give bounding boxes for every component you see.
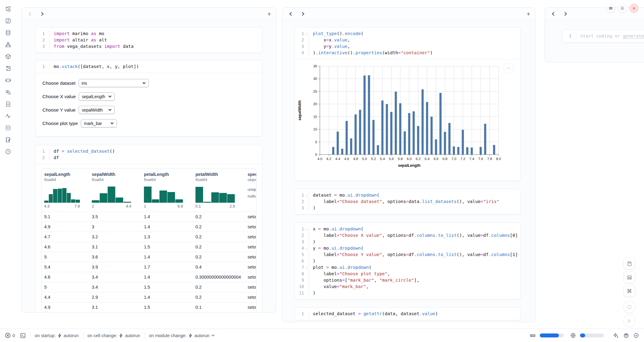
column-header[interactable]: petalLengthfloat6416.9 xyxy=(141,169,193,212)
code-line[interactable]: 3from vega_datasets import data xyxy=(36,43,262,50)
code-line[interactable]: 2import altair as alt xyxy=(36,37,262,43)
logs-icon[interactable] xyxy=(5,65,11,72)
line-number: 3 xyxy=(36,43,45,50)
line-number: 4 xyxy=(295,50,304,56)
keyboard-shortcuts-button[interactable]: ⌘ xyxy=(624,285,635,297)
choose-y-value-select[interactable]: sepalWidth xyxy=(79,106,115,114)
code-outline-icon[interactable] xyxy=(5,124,11,131)
fold-icon xyxy=(304,50,309,56)
dependency-graph-icon[interactable] xyxy=(5,41,11,48)
column-right-icon[interactable] xyxy=(39,11,45,17)
close-button[interactable]: ✕ xyxy=(629,4,639,13)
table-row[interactable]: 53.41.50.2setos xyxy=(41,282,256,292)
variables-icon[interactable]: ƒ xyxy=(5,17,11,24)
table-row[interactable]: 4.42.91.40.2setos xyxy=(41,292,256,302)
cell-vstack[interactable]: 1mo.vstack([dataset, x, y, plot]) Choose… xyxy=(35,60,262,137)
choose-dataset-select[interactable]: iris xyxy=(79,79,149,87)
code-line[interactable]: 1selected_dataset = getattr(data, datase… xyxy=(295,311,521,317)
connection-status-icon[interactable] xyxy=(633,333,639,338)
on-module-change-setting[interactable]: on module change: autorun xyxy=(149,333,215,338)
choose-x-value-select[interactable]: sepalLength xyxy=(79,92,115,101)
code-line[interactable]: 9 options=["mark_bar", "mark_circle"], xyxy=(295,277,521,283)
column-header[interactable]: petalWidthfloat640.12.5 xyxy=(193,169,245,212)
altair-chart[interactable]: 4.04.24.44.64.85.05.25.45.65.86.06.26.46… xyxy=(297,63,521,178)
layout-button[interactable] xyxy=(624,272,635,283)
errors-indicator[interactable]: 0 xyxy=(5,333,15,338)
cell-plot[interactable]: 1⌄plot_type().encode(2 x=x.value,3 y=y.v… xyxy=(295,27,521,181)
generate-link[interactable]: generate xyxy=(623,34,644,38)
table-row[interactable]: 5.43.91.70.4setos xyxy=(41,262,256,272)
code-line[interactable]: 5 label="Choose Y value", options=df.col… xyxy=(295,251,521,258)
cell-dataset-dropdown[interactable]: 1⌄dataset = mo.ui.dropdown(2 label="Choo… xyxy=(295,189,521,215)
code-line[interactable]: 8 label="Choose plot type", xyxy=(295,271,521,277)
code-line[interactable]: 2 x=x.value, xyxy=(295,37,521,43)
documentation-icon[interactable] xyxy=(5,101,11,107)
packages-icon[interactable] xyxy=(5,53,11,60)
choose-plot-type-select[interactable]: mark_bar xyxy=(81,119,117,127)
cell-selected-dataset[interactable]: 1selected_dataset = getattr(data, datase… xyxy=(295,307,521,320)
cell-xy-dropdowns[interactable]: 1⌄x = mo.ui.dropdown(2 label="Choose X v… xyxy=(295,223,521,300)
column-header[interactable]: sepalLengthfloat644.37.9 xyxy=(41,169,89,212)
code-line[interactable]: 4).interactive().properties(width="conta… xyxy=(295,50,521,56)
code-line[interactable]: 3) xyxy=(295,205,521,211)
cell-dataframe[interactable]: 1df = selected_dataset()2df sepalLengthf… xyxy=(35,145,262,313)
add-cell-button[interactable]: + xyxy=(267,11,271,17)
menu-button[interactable] xyxy=(606,4,615,13)
run-button[interactable] xyxy=(623,315,635,327)
column-histogram xyxy=(92,186,131,203)
code-line[interactable]: 1import marimo as mo xyxy=(36,30,262,37)
column-left-icon[interactable] xyxy=(287,11,294,17)
terminal-button[interactable] xyxy=(20,333,26,339)
code-line[interactable]: 7⌄plot = mo.ui.dropdown( xyxy=(295,264,521,271)
column-right-icon[interactable] xyxy=(562,11,569,17)
stop-button[interactable] xyxy=(623,301,635,313)
code-line[interactable]: 1⌄dataset = mo.ui.dropdown( xyxy=(295,192,521,198)
table-row[interactable]: 4.63.11.50.2setos xyxy=(41,242,256,252)
on-cell-change-setting[interactable]: on cell change: autorun xyxy=(88,333,140,338)
code-line[interactable]: 1df = selected_dataset() xyxy=(36,148,262,155)
code-line[interactable]: 1⌄plot_type().encode( xyxy=(295,30,521,37)
code-line[interactable]: 1mo.vstack([dataset, x, y, plot]) xyxy=(36,63,262,70)
table-row[interactable]: 53.61.40.2setos xyxy=(41,252,256,262)
column-right-icon[interactable] xyxy=(299,11,306,17)
table-row[interactable]: 4.73.21.30.2setos xyxy=(41,232,256,242)
cell-new-empty[interactable]: 1 Start coding or generate with AI xyxy=(562,30,644,43)
svg-text:7.6: 7.6 xyxy=(478,157,483,161)
code-line[interactable]: 4⌄y = mo.ui.dropdown( xyxy=(295,245,521,251)
code-line[interactable]: 3 y=y.value, xyxy=(295,43,521,50)
file-explorer-icon[interactable] xyxy=(5,5,11,12)
table-row[interactable]: 4.93.11.50.1setos xyxy=(41,302,256,312)
chart-actions-button[interactable]: ••• xyxy=(503,63,514,73)
column-left-icon[interactable] xyxy=(27,11,33,17)
chat-icon[interactable] xyxy=(5,77,11,84)
help-icon[interactable]: ? xyxy=(5,148,11,155)
code-line[interactable]: 2 label="Choose X value", options=df.col… xyxy=(295,232,521,239)
settings-gear-button[interactable] xyxy=(618,4,627,13)
table-row[interactable]: 5.13.51.40.2setos xyxy=(41,212,256,222)
column-header[interactable]: sepalWidthfloat6424.4 xyxy=(89,169,141,212)
data-sources-icon[interactable] xyxy=(5,29,11,36)
code-line[interactable]: 2 label="Choose dataset", options=data.l… xyxy=(295,198,521,205)
code-line[interactable]: 10 value="mark_bar", xyxy=(295,283,521,290)
code-line[interactable]: 6) xyxy=(295,258,521,264)
column-left-icon[interactable] xyxy=(550,11,556,17)
code-line[interactable]: 11) xyxy=(295,290,521,296)
assistant-bot-icon[interactable] xyxy=(623,332,629,339)
column-header[interactable]: speciobjecuniqunulls: xyxy=(245,169,256,212)
ai-sparkles-icon[interactable] xyxy=(613,333,619,339)
bar xyxy=(448,123,450,155)
snippets-icon[interactable] xyxy=(5,89,11,95)
on-startup-setting[interactable]: on startup: autorun xyxy=(35,333,79,338)
code-line[interactable]: 3) xyxy=(295,239,521,245)
scratchpad-icon[interactable] xyxy=(5,136,11,143)
table-row[interactable]: 4.63.41.40.30000000000000004setos xyxy=(41,272,256,282)
save-button[interactable] xyxy=(624,258,635,269)
table-row[interactable]: 4.931.40.2setos xyxy=(41,222,256,232)
tracing-icon[interactable] xyxy=(5,112,11,119)
code-line[interactable]: 2df xyxy=(36,155,262,161)
add-cell-button[interactable]: + xyxy=(527,11,530,17)
dataframe-table[interactable]: sepalLengthfloat644.37.9sepalWidthfloat6… xyxy=(41,169,256,313)
code-line[interactable]: 1⌄x = mo.ui.dropdown( xyxy=(295,226,521,232)
code-placeholder[interactable]: Start coding or generate with AI xyxy=(576,33,644,39)
cell-imports[interactable]: 1import marimo as mo2import altair as al… xyxy=(35,27,262,53)
